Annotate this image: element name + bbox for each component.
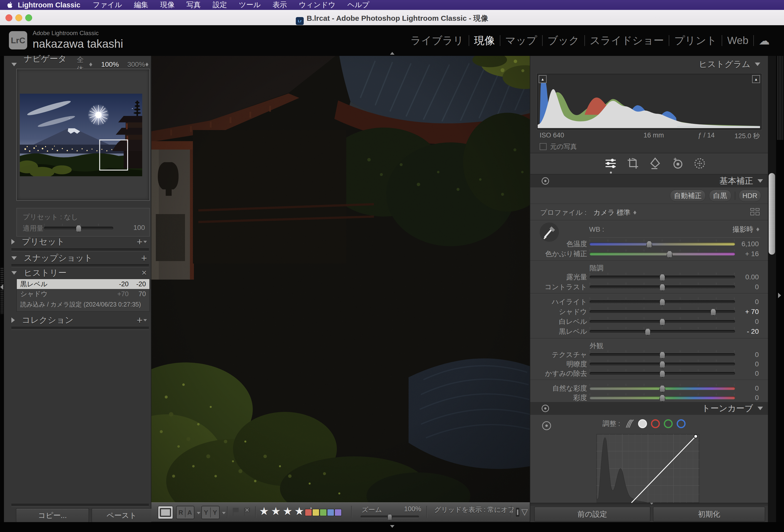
toolbar-options-dropdown[interactable]: ▽ xyxy=(521,507,528,517)
compare-dropdown-arrow[interactable] xyxy=(197,512,200,514)
collections-section-header[interactable]: コレクション + xyxy=(11,315,149,326)
menu-item-develop[interactable]: 現像 xyxy=(154,0,180,10)
wb-value[interactable]: 撮影時 xyxy=(733,225,753,234)
slider-value[interactable]: 0.00 xyxy=(735,273,759,281)
color-label-purple[interactable] xyxy=(334,509,342,516)
blacks-slider-track[interactable] xyxy=(590,330,735,333)
slider-value[interactable]: - 20 xyxy=(735,328,759,335)
tone-curve-header[interactable]: トーンカーブ xyxy=(530,402,768,415)
collapse-top-panel-arrow[interactable] xyxy=(390,52,394,55)
right-panel-scrollbar-thumb[interactable] xyxy=(769,173,775,255)
color-label-blue[interactable] xyxy=(327,509,334,516)
slider-value[interactable]: 0 xyxy=(735,394,759,402)
menu-item-view[interactable]: 表示 xyxy=(267,0,293,10)
menu-item-file[interactable]: ファイル xyxy=(87,0,128,10)
tint-slider-track[interactable] xyxy=(590,253,735,255)
healing-tool[interactable] xyxy=(649,157,661,170)
panel-end-arrow[interactable] xyxy=(650,503,653,505)
hdr-button[interactable]: HDR xyxy=(739,190,761,202)
edit-sliders-tool[interactable] xyxy=(605,157,617,170)
wb-eyedropper[interactable] xyxy=(540,223,559,242)
slider-value[interactable]: 0 xyxy=(735,318,759,326)
history-item-import[interactable]: 読み込み / カメラ設定 (2024/06/23 0:27:35) xyxy=(17,299,149,310)
identity-plate-name[interactable]: nakazawa takashi xyxy=(33,37,123,51)
red-channel[interactable] xyxy=(651,419,660,428)
color-label-red[interactable] xyxy=(305,509,312,516)
slider-value[interactable]: 0 xyxy=(735,370,759,378)
reset-button[interactable]: 初期化 xyxy=(653,507,765,522)
presets-section-header[interactable]: プリセット + xyxy=(11,236,149,247)
add-collection-button[interactable]: + xyxy=(137,317,142,324)
exposure-slider-track[interactable] xyxy=(590,276,735,278)
paste-settings-button[interactable]: ペースト xyxy=(91,508,152,523)
survey-dropdown-arrow[interactable] xyxy=(222,512,226,514)
collapse-left-panel-arrow[interactable] xyxy=(0,284,3,290)
slider-thumb[interactable] xyxy=(660,361,665,368)
color-label-green[interactable] xyxy=(319,509,327,516)
basic-panel-header[interactable]: 基本補正 xyxy=(530,175,768,187)
amount-slider-thumb[interactable] xyxy=(76,225,82,232)
slider-thumb[interactable] xyxy=(660,298,665,306)
slider-thumb[interactable] xyxy=(646,240,652,248)
blue-channel[interactable] xyxy=(677,419,685,428)
menu-item-photo[interactable]: 写真 xyxy=(180,0,207,10)
dehaze-slider-track[interactable] xyxy=(590,372,735,375)
reject-flag-icon[interactable] xyxy=(243,507,251,516)
slider-value[interactable]: 0 xyxy=(735,298,759,306)
menu-item-window[interactable]: ウィンドウ xyxy=(293,0,341,10)
parametric-curve-icon[interactable] xyxy=(624,419,634,428)
stepper-icon[interactable] xyxy=(145,61,149,68)
menu-item-help[interactable]: ヘルプ xyxy=(341,0,375,10)
grid-overlay-label[interactable]: グリッドを表示 : 常にオフ xyxy=(434,505,515,514)
navigator-zoom-300[interactable]: 300% xyxy=(128,61,145,68)
compare-view-button[interactable]: RA xyxy=(176,506,194,519)
masking-tool[interactable] xyxy=(694,157,706,170)
history-item-shadows[interactable]: シャドウ +70 70 xyxy=(17,289,149,299)
navigator-thumbnail[interactable] xyxy=(20,94,142,176)
add-snapshot-button[interactable]: + xyxy=(141,255,147,262)
module-book[interactable]: ブック xyxy=(542,34,584,48)
module-web[interactable]: Web xyxy=(722,35,753,47)
targeted-adjustment-icon[interactable] xyxy=(542,421,551,430)
texture-slider-track[interactable] xyxy=(590,353,735,356)
highlights-slider-track[interactable] xyxy=(590,300,735,303)
history-item-blacks[interactable]: 黒レベル -20 -20 xyxy=(17,279,149,289)
slider-value[interactable]: 0 xyxy=(735,384,759,392)
clear-history-button[interactable]: ✕ xyxy=(141,269,147,277)
histogram-header[interactable]: ヒストグラム xyxy=(530,58,760,71)
slider-thumb[interactable] xyxy=(660,351,665,359)
photo-100-percent-view[interactable] xyxy=(151,56,530,502)
original-photo-checkbox[interactable] xyxy=(540,143,547,150)
contrast-slider-track[interactable] xyxy=(590,286,735,289)
module-print[interactable]: プリント xyxy=(669,34,722,48)
snapshots-section-header[interactable]: スナップショット + xyxy=(11,253,149,264)
menu-item-settings[interactable]: 設定 xyxy=(207,0,233,10)
panel-toggle-eye-icon[interactable] xyxy=(542,405,549,412)
loupe-view-button[interactable] xyxy=(158,506,173,519)
history-section-header[interactable]: ヒストリー ✕ xyxy=(11,267,149,278)
stepper-icon[interactable] xyxy=(509,508,514,515)
slider-thumb[interactable] xyxy=(660,370,665,378)
pick-flag-icon[interactable] xyxy=(232,507,240,516)
stepper-icon[interactable] xyxy=(89,61,93,68)
slider-value[interactable]: + 70 xyxy=(735,308,759,316)
slider-value[interactable]: 0 xyxy=(735,283,759,291)
slider-value[interactable]: 0 xyxy=(735,360,759,368)
zoom-slider[interactable] xyxy=(361,516,419,518)
menu-app-name[interactable]: Lightroom Classic xyxy=(13,1,87,9)
copy-settings-button[interactable]: コピー... xyxy=(16,508,89,523)
collapse-right-panel-arrow[interactable] xyxy=(778,293,781,298)
tone-curve-graph[interactable] xyxy=(596,434,699,503)
highlight-clipping-indicator[interactable]: ▲ xyxy=(752,75,760,83)
clarity-slider-track[interactable] xyxy=(590,363,735,366)
amount-slider[interactable] xyxy=(44,227,113,230)
collapse-bottom-panel-arrow[interactable] xyxy=(390,525,394,528)
profile-browser-grid-icon[interactable] xyxy=(750,208,759,215)
whites-slider-track[interactable] xyxy=(590,320,735,323)
slider-value[interactable]: 0 xyxy=(735,351,759,359)
temp-slider-track[interactable] xyxy=(590,242,735,245)
red-eye-tool[interactable] xyxy=(671,157,683,170)
profile-value[interactable]: カメラ 標準 xyxy=(593,208,631,217)
curve-point[interactable] xyxy=(694,435,697,438)
auto-tone-button[interactable]: 自動補正 xyxy=(670,190,706,202)
